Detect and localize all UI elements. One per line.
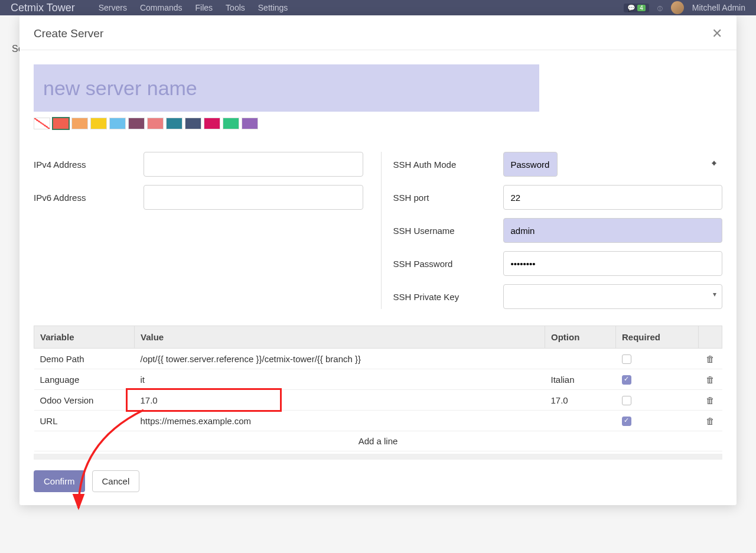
trash-icon[interactable]: 🗑 [706,395,715,405]
th-required: Required [616,326,699,349]
server-name-input[interactable] [34,64,539,112]
cell-option [545,349,616,369]
th-variable: Variable [34,326,135,349]
color-picker [34,118,722,129]
cell-required [616,369,699,390]
create-server-modal: Create Server ✕ [19,15,737,505]
cell-variable: Demo Path [34,349,135,369]
color-swatch[interactable] [71,118,88,129]
cell-value: it [135,369,545,390]
cell-option: Italian [545,369,616,390]
table-row[interactable]: Demo Path /opt/{{ tower.server.reference… [34,349,722,369]
ssh-port-input[interactable] [503,185,723,210]
th-value: Value [135,326,545,349]
modal-title: Create Server [34,27,103,40]
cell-variable: Language [34,369,135,390]
required-checkbox[interactable] [622,396,631,405]
th-actions [699,326,722,349]
trash-icon[interactable]: 🗑 [706,375,715,385]
cell-required [616,411,699,431]
cell-option: 17.0 [545,390,616,411]
ssh-pass-label: SSH Password [393,259,503,269]
required-checkbox[interactable] [622,375,631,385]
cell-variable: URL [34,411,135,431]
cell-value: https://memes.example.com [135,411,545,431]
th-option: Option [545,326,616,349]
close-icon[interactable]: ✕ [712,26,722,41]
color-swatch[interactable] [53,118,69,129]
color-swatch[interactable] [185,118,201,129]
color-swatch[interactable] [90,118,107,129]
ipv4-label: IPv4 Address [34,160,144,170]
ipv6-label: IPv6 Address [34,193,144,203]
table-row[interactable]: URL https://memes.example.com 🗑 [34,411,722,431]
trash-icon[interactable]: 🗑 [706,416,715,426]
color-swatch[interactable] [128,118,145,129]
color-swatch[interactable] [204,118,220,129]
cell-required [616,390,699,411]
ipv4-input[interactable] [144,152,363,177]
ssh-user-input[interactable] [503,218,723,243]
color-swatch[interactable] [166,118,183,129]
cell-value: 17.0 [135,390,545,411]
ipv6-input[interactable] [144,185,363,210]
ssh-pkey-input[interactable] [503,284,723,309]
ssh-pass-input[interactable] [503,251,723,276]
cell-variable: Odoo Version [34,390,135,411]
cancel-button[interactable]: Cancel [92,470,140,492]
table-row[interactable]: Odoo Version 17.0 17.0 🗑 [34,390,722,411]
variables-table: Variable Value Option Required Demo Path… [34,326,722,451]
color-swatch[interactable] [242,118,258,129]
table-row[interactable]: Language it Italian 🗑 [34,369,722,390]
modal-overlay: Create Server ✕ [0,0,756,553]
color-swatch[interactable] [223,118,239,129]
ssh-user-label: SSH Username [393,226,503,236]
cell-option [545,411,616,431]
required-checkbox[interactable] [622,417,631,426]
confirm-button[interactable]: Confirm [34,470,85,492]
color-swatch[interactable] [109,118,126,129]
ssh-port-label: SSH port [393,193,503,203]
cell-value: /opt/{{ tower.server.reference }}/cetmix… [135,349,545,369]
ssh-auth-label: SSH Auth Mode [393,160,503,170]
ssh-auth-select[interactable]: Password [503,152,558,177]
color-swatch[interactable] [147,118,164,129]
color-none[interactable] [34,118,50,129]
trash-icon[interactable]: 🗑 [706,354,715,364]
cell-required [616,349,699,369]
required-checkbox[interactable] [622,354,631,364]
add-line-button[interactable]: Add a line [34,431,722,451]
table-scrollbar[interactable] [34,454,722,460]
ssh-pkey-label: SSH Private Key [393,292,503,302]
